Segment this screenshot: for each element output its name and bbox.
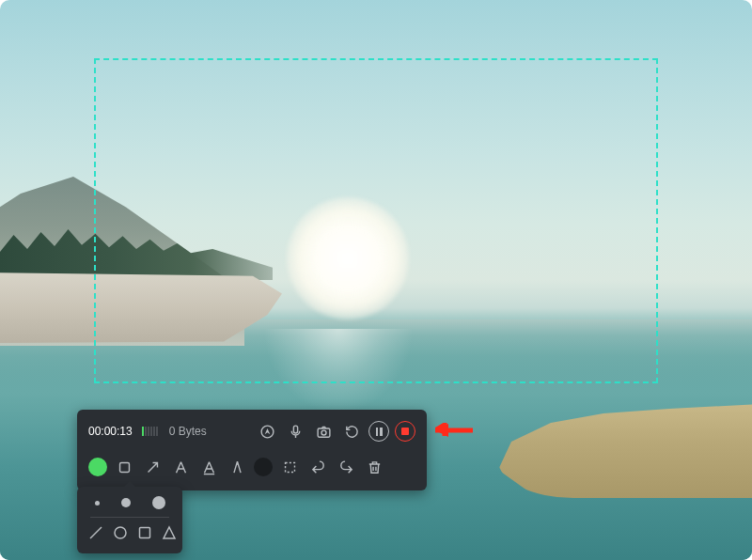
audio-level-meter — [142, 427, 158, 436]
callout-arrow-icon — [435, 423, 473, 438]
arrow-tool-icon[interactable] — [141, 456, 164, 478]
svg-rect-4 — [119, 462, 129, 472]
svg-rect-10 — [140, 528, 150, 538]
svg-point-9 — [115, 527, 126, 538]
shape-line-icon[interactable] — [88, 525, 103, 544]
shape-row — [88, 525, 171, 544]
undo-icon[interactable] — [306, 456, 329, 478]
brush-size-row — [88, 496, 171, 509]
capture-region[interactable] — [94, 58, 658, 383]
popup-divider — [90, 517, 169, 518]
file-size-label: 0 Bytes — [169, 425, 207, 438]
text-tool-icon[interactable] — [169, 456, 192, 478]
microphone-icon[interactable] — [284, 420, 306, 443]
trash-icon[interactable] — [363, 456, 385, 478]
brush-size-large[interactable] — [152, 496, 165, 509]
marquee-tool-icon[interactable] — [278, 456, 301, 478]
svg-point-3 — [321, 430, 326, 435]
brush-size-small[interactable] — [95, 501, 100, 506]
svg-rect-2 — [318, 428, 330, 436]
svg-line-8 — [90, 527, 102, 538]
rectangle-tool-icon[interactable] — [113, 456, 135, 478]
color-swatch-green[interactable] — [88, 458, 107, 476]
stop-icon — [401, 428, 409, 435]
svg-rect-1 — [293, 426, 297, 433]
screenshot-scene: 00:00:13 0 Bytes — [0, 0, 752, 560]
highlight-tool-icon[interactable] — [197, 456, 220, 478]
toolbar-top-row: 00:00:13 0 Bytes — [88, 417, 415, 445]
pause-icon — [376, 428, 383, 436]
svg-rect-6 — [285, 462, 294, 472]
recording-timer: 00:00:13 — [88, 425, 133, 438]
tool-options-popup — [77, 487, 182, 553]
shape-triangle-icon[interactable] — [162, 525, 177, 544]
stop-button[interactable] — [395, 421, 415, 442]
draw-tool-icon[interactable] — [226, 456, 248, 478]
redo-icon[interactable] — [335, 456, 357, 478]
color-swatch-dark[interactable] — [254, 458, 273, 476]
recording-toolbar: 00:00:13 0 Bytes — [77, 410, 427, 490]
toolbar-bottom-row — [88, 453, 415, 481]
pause-button[interactable] — [368, 421, 389, 442]
brush-size-medium[interactable] — [121, 498, 131, 507]
cursor-highlight-icon[interactable] — [256, 420, 278, 443]
camera-icon[interactable] — [312, 420, 335, 443]
reset-icon[interactable] — [340, 420, 363, 443]
shape-circle-icon[interactable] — [113, 525, 128, 544]
shape-square-icon[interactable] — [137, 525, 152, 544]
